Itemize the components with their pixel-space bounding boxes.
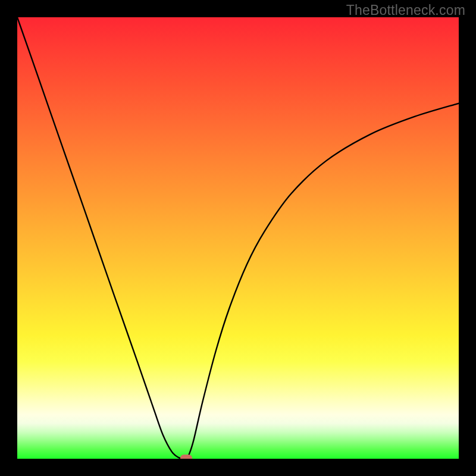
bottleneck-curve-svg [17, 17, 459, 459]
bottleneck-curve-path [17, 17, 459, 459]
optimal-point-marker [180, 455, 192, 459]
watermark-text: TheBottleneck.com [346, 2, 465, 18]
chart-plot-area [17, 17, 459, 459]
